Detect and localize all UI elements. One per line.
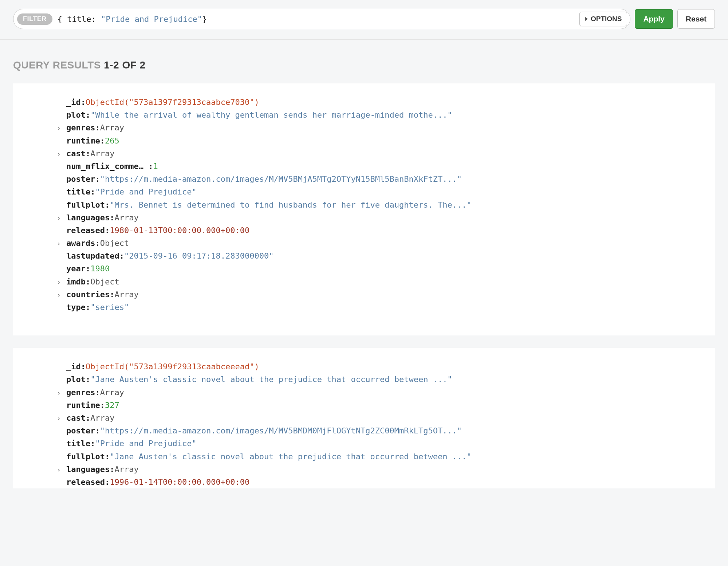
field-row: fullplot: "Jane Austen's classic novel a… xyxy=(20,450,708,463)
filter-query-text[interactable]: { title: "Pride and Prejudice"} xyxy=(52,15,579,24)
query-value: "Pride and Prejudice" xyxy=(101,15,202,24)
results-range: 1-2 OF 2 xyxy=(104,59,145,71)
caret-right-icon xyxy=(585,17,588,21)
field-key: released: xyxy=(66,224,110,237)
apply-button[interactable]: Apply xyxy=(635,9,673,29)
field-value: Array xyxy=(90,147,114,160)
query-brace-close: } xyxy=(202,15,207,24)
expand-icon[interactable]: › xyxy=(57,213,61,224)
field-value: Array xyxy=(114,211,138,224)
field-row: ›genres: Array xyxy=(20,121,708,134)
options-button[interactable]: OPTIONS xyxy=(579,12,627,26)
field-value: 327 xyxy=(105,399,119,412)
field-row: ›genres: Array xyxy=(20,386,708,399)
field-key: type: xyxy=(66,301,90,314)
expand-icon[interactable]: › xyxy=(57,413,61,424)
field-key: languages: xyxy=(66,463,114,476)
field-value: "Jane Austen's classic novel about the p… xyxy=(90,373,452,386)
field-row: ›imdb: Object xyxy=(20,275,708,288)
results-label: QUERY RESULTS xyxy=(13,59,101,71)
field-row: ›cast: Array xyxy=(20,412,708,424)
field-value: 1 xyxy=(153,160,158,173)
field-key: _id: xyxy=(66,96,86,109)
document-card: _id: ObjectId("573a1397f29313caabce7030"… xyxy=(13,83,715,335)
field-row: poster: "https://m.media-amazon.com/imag… xyxy=(20,173,708,185)
field-value: Array xyxy=(90,412,114,424)
field-row: poster: "https://m.media-amazon.com/imag… xyxy=(20,424,708,437)
field-value: "Jane Austen's classic novel about the p… xyxy=(110,450,471,463)
document-card: _id: ObjectId("573a1399f29313caabceeead"… xyxy=(13,348,715,488)
field-key: _id: xyxy=(66,360,86,373)
field-row: ›countries: Array xyxy=(20,288,708,301)
field-value: Object xyxy=(100,237,129,249)
field-row: ›languages: Array xyxy=(20,463,708,476)
field-key: imdb: xyxy=(66,275,90,288)
field-key: plot: xyxy=(66,109,90,121)
field-row: runtime: 327 xyxy=(20,399,708,412)
field-key: lastupdated: xyxy=(66,249,124,262)
field-row: title: "Pride and Prejudice" xyxy=(20,437,708,450)
documents-container: _id: ObjectId("573a1397f29313caabce7030"… xyxy=(0,83,728,488)
field-row: ›awards: Object xyxy=(20,237,708,249)
expand-icon[interactable]: › xyxy=(57,465,61,475)
options-label: OPTIONS xyxy=(591,15,622,23)
field-row: ›cast: Array xyxy=(20,147,708,160)
field-key: runtime: xyxy=(66,399,105,412)
field-value: Array xyxy=(114,463,138,476)
query-brace-open: { xyxy=(58,15,67,24)
field-row: type: "series" xyxy=(20,301,708,314)
field-key: fullplot: xyxy=(66,450,110,463)
field-key: fullplot: xyxy=(66,199,110,211)
field-value: "While the arrival of wealthy gentleman … xyxy=(90,109,452,121)
field-value: "series" xyxy=(90,301,129,314)
field-value: "https://m.media-amazon.com/images/M/MV5… xyxy=(100,424,462,437)
field-key: genres: xyxy=(66,386,100,399)
field-key: poster: xyxy=(66,424,100,437)
filter-pill: FILTER xyxy=(17,13,52,25)
field-row: plot: "Jane Austen's classic novel about… xyxy=(20,373,708,386)
field-row: released: 1980-01-13T00:00:00.000+00:00 xyxy=(20,224,708,237)
field-value: "https://m.media-amazon.com/images/M/MV5… xyxy=(100,173,462,185)
results-header: QUERY RESULTS 1-2 OF 2 xyxy=(0,40,728,71)
expand-icon[interactable]: › xyxy=(57,123,61,134)
field-row: title: "Pride and Prejudice" xyxy=(20,185,708,198)
field-value: "Pride and Prejudice" xyxy=(95,185,196,198)
filter-bar: FILTER { title: "Pride and Prejudice"} O… xyxy=(0,0,728,40)
field-row: ›languages: Array xyxy=(20,211,708,224)
field-value: "Mrs. Bennet is determined to find husba… xyxy=(110,199,471,211)
reset-button[interactable]: Reset xyxy=(677,9,715,29)
field-row: plot: "While the arrival of wealthy gent… xyxy=(20,109,708,121)
field-value: 265 xyxy=(105,134,119,147)
filter-input[interactable]: FILTER { title: "Pride and Prejudice"} O… xyxy=(13,9,630,29)
expand-icon[interactable]: › xyxy=(57,388,61,398)
field-value: ObjectId("573a1399f29313caabceeead") xyxy=(86,360,259,373)
field-row: num_mflix_comme… : 1 xyxy=(20,160,708,173)
field-value: Array xyxy=(114,288,138,301)
field-key: plot: xyxy=(66,373,90,386)
field-row: year: 1980 xyxy=(20,262,708,275)
field-value: 1980-01-13T00:00:00.000+00:00 xyxy=(110,224,249,237)
field-value: Array xyxy=(100,121,124,134)
field-key: genres: xyxy=(66,121,100,134)
field-key: num_mflix_comme… : xyxy=(66,160,153,173)
field-value: 1996-01-14T00:00:00.000+00:00 xyxy=(110,476,249,488)
field-key: year: xyxy=(66,262,90,275)
expand-icon[interactable]: › xyxy=(57,277,61,288)
query-key: title: xyxy=(67,15,96,24)
expand-icon[interactable]: › xyxy=(57,149,61,160)
field-key: cast: xyxy=(66,412,90,424)
field-key: title: xyxy=(66,437,95,450)
field-key: runtime: xyxy=(66,134,105,147)
field-key: title: xyxy=(66,185,95,198)
field-value: Array xyxy=(100,386,124,399)
field-key: countries: xyxy=(66,288,114,301)
field-row: _id: ObjectId("573a1399f29313caabceeead"… xyxy=(20,360,708,373)
field-row: _id: ObjectId("573a1397f29313caabce7030"… xyxy=(20,96,708,109)
expand-icon[interactable]: › xyxy=(57,290,61,300)
expand-icon[interactable]: › xyxy=(57,239,61,249)
field-key: awards: xyxy=(66,237,100,249)
field-row: lastupdated: "2015-09-16 09:17:18.283000… xyxy=(20,249,708,262)
field-key: poster: xyxy=(66,173,100,185)
field-value: "Pride and Prejudice" xyxy=(95,437,196,450)
field-key: languages: xyxy=(66,211,114,224)
